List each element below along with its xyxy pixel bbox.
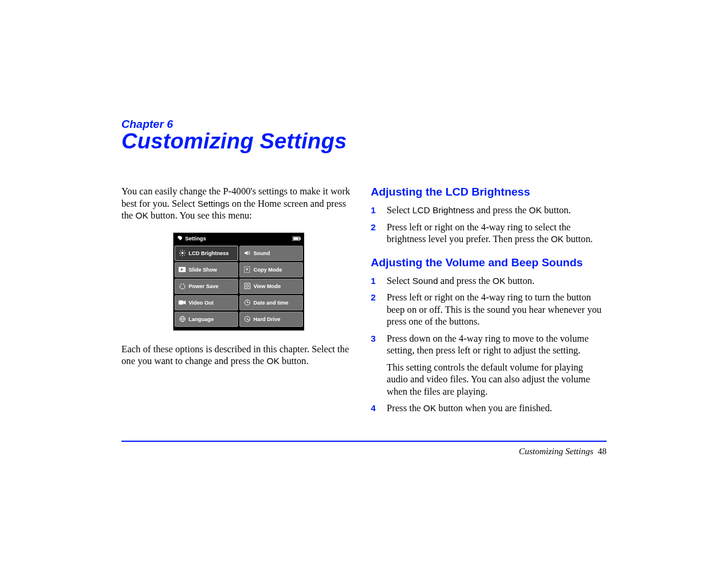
globe-icon	[179, 316, 186, 322]
menu-hard-drive: Hard Drive	[239, 312, 303, 327]
svg-line-8	[180, 251, 181, 252]
menu-item-label: Hard Drive	[253, 316, 281, 322]
wrench-icon	[177, 236, 183, 242]
steps-lcd: Select LCD Brightness and press the OK b…	[371, 204, 607, 246]
step-item: Press the OK button when you are finishe…	[371, 402, 607, 415]
text: button when you are finished.	[436, 403, 552, 414]
power-icon	[179, 283, 186, 289]
ok-word: OK	[266, 356, 279, 366]
page-number: 48	[598, 447, 607, 456]
step-item: Select Sound and press the OK button.	[371, 275, 607, 287]
text: Press left or right on the 4-way ring to…	[387, 222, 571, 245]
copy-icon	[243, 266, 251, 273]
svg-point-3	[181, 252, 183, 254]
view-icon	[243, 283, 251, 289]
svg-line-10	[180, 254, 181, 256]
step-item: Select LCD Brightness and press the OK b…	[371, 204, 607, 217]
intro-paragraph-2: Each of these options is described in th…	[121, 343, 356, 368]
svg-rect-17	[245, 283, 250, 289]
text: Press the	[387, 403, 423, 414]
settings-title: Settings	[185, 236, 206, 242]
footer-label: Customizing Settings	[519, 447, 593, 456]
section-heading-lcd: Adjusting the LCD Brightness	[371, 186, 607, 199]
menu-item-label: Language	[189, 316, 214, 322]
svg-point-18	[246, 285, 248, 287]
ok-word: OK	[551, 234, 564, 244]
section-heading-volume: Adjusting the Volume and Beep Sounds	[371, 256, 607, 269]
ok-word: OK	[529, 205, 542, 215]
sun-icon	[179, 250, 186, 256]
text: Press left or right on the 4-way ring to…	[387, 292, 601, 327]
hdd-icon	[243, 316, 251, 322]
menu-copy-mode: Copy Mode	[239, 262, 303, 277]
ok-word: OK	[136, 210, 149, 220]
menu-item-label: Copy Mode	[253, 267, 282, 273]
sound-word: Sound	[413, 276, 438, 286]
settings-title-bar: Settings	[173, 233, 304, 244]
menu-sound: Sound	[239, 246, 303, 261]
menu-item-label: Sound	[253, 250, 270, 256]
svg-rect-1	[299, 237, 301, 240]
menu-item-label: Video Out	[189, 300, 213, 306]
clock-icon	[243, 299, 251, 306]
text: Each of these options is described in th…	[121, 344, 349, 367]
text: button.	[505, 276, 534, 286]
battery-icon	[292, 236, 301, 241]
menu-item-label: Date and time	[253, 300, 288, 306]
menu-item-label: Power Save	[189, 283, 219, 289]
chapter-title: Customizing Settings	[121, 129, 347, 154]
menu-language: Language	[174, 312, 238, 327]
settings-word: Settings	[197, 199, 229, 209]
step-subtext: This setting controls the default volume…	[387, 362, 607, 398]
footer: Customizing Settings 48	[121, 447, 607, 457]
settings-grid: LCD Brightness Sound Slide Show Copy Mod…	[173, 244, 304, 330]
svg-rect-2	[294, 237, 299, 240]
text: button. You see this menu:	[149, 210, 252, 221]
svg-line-29	[247, 319, 249, 321]
settings-menu-screenshot: Settings LCD Brightness Sound Slide Show	[173, 233, 304, 330]
menu-video-out: Video Out	[174, 295, 238, 310]
menu-lcd-brightness: LCD Brightness	[174, 246, 238, 261]
speaker-icon	[243, 250, 251, 256]
step-item: Press left or right on the 4-way ring to…	[371, 222, 607, 246]
lcd-brightness-word: LCD Brightness	[413, 205, 475, 215]
menu-power-save: Power Save	[174, 279, 238, 294]
svg-line-11	[184, 251, 185, 252]
text: Press down on the 4-way ring to move to …	[387, 333, 589, 356]
step-item: Press left or right on the 4-way ring to…	[371, 292, 607, 328]
text: Select	[387, 205, 413, 216]
text: and press the	[438, 276, 493, 286]
text: button.	[279, 356, 308, 366]
step-item: Press down on the 4-way ring to move to …	[371, 333, 607, 398]
menu-date-time: Date and time	[239, 295, 303, 310]
svg-line-9	[184, 254, 185, 256]
slideshow-icon	[179, 266, 186, 273]
menu-slide-show: Slide Show	[174, 262, 238, 277]
ok-word: OK	[423, 403, 436, 413]
menu-item-label: View Mode	[253, 283, 281, 289]
menu-item-label: LCD Brightness	[189, 250, 229, 256]
svg-rect-19	[179, 300, 183, 305]
text: button.	[542, 205, 571, 216]
svg-marker-20	[183, 300, 186, 305]
menu-item-label: Slide Show	[189, 267, 217, 273]
video-icon	[179, 299, 186, 306]
left-column: You can easily change the P-4000's setti…	[121, 186, 356, 373]
text: and press the	[475, 205, 529, 216]
intro-paragraph-1: You can easily change the P-4000's setti…	[121, 186, 356, 222]
footer-rule	[121, 441, 607, 442]
ok-word: OK	[493, 276, 506, 286]
steps-volume: Select Sound and press the OK button. Pr…	[371, 275, 607, 415]
text: button.	[564, 234, 592, 244]
right-column: Adjusting the LCD Brightness Select LCD …	[371, 186, 607, 425]
text: Select	[387, 276, 413, 286]
menu-view-mode: View Mode	[239, 279, 303, 294]
